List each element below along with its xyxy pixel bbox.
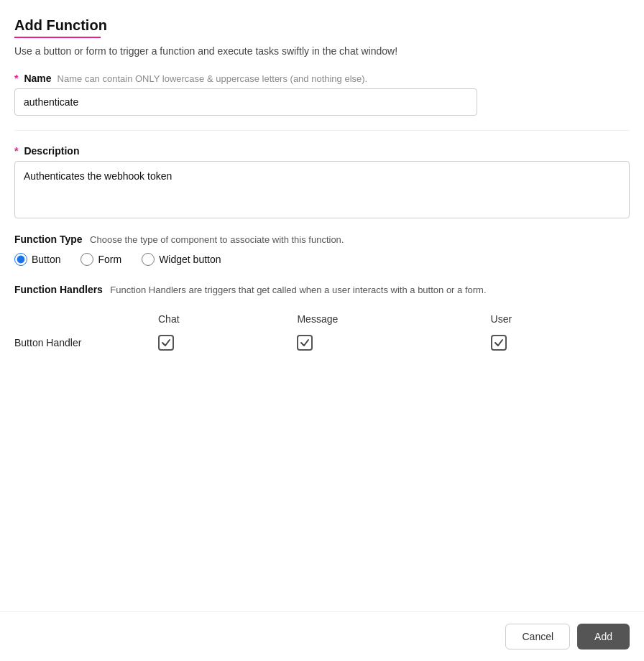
function-type-label: Function Type — [14, 234, 83, 245]
col-message: Message — [297, 309, 490, 329]
handler-message-checkbox[interactable] — [297, 329, 490, 356]
radio-button-option[interactable]: Button — [14, 253, 60, 266]
page-title: Add Function — [14, 17, 630, 34]
name-label: *Name Name can contain ONLY lowercase & … — [14, 73, 630, 84]
user-check-icon — [491, 335, 507, 351]
col-handler-name — [14, 309, 158, 329]
radio-form-label: Form — [98, 254, 121, 265]
cancel-button[interactable]: Cancel — [505, 624, 570, 650]
radio-form-input[interactable] — [80, 253, 93, 266]
radio-button-label: Button — [32, 254, 60, 265]
radio-form-option[interactable]: Form — [80, 253, 121, 266]
handlers-title-row: Function Handlers Function Handlers are … — [14, 283, 630, 296]
description-required-marker: * — [14, 145, 18, 157]
function-type-label-row: Function Type Choose the type of compone… — [14, 233, 630, 246]
handler-user-checkbox[interactable] — [491, 329, 630, 356]
handlers-hint: Function Handlers are triggers that get … — [110, 285, 486, 295]
name-field-group: *Name Name can contain ONLY lowercase & … — [14, 73, 630, 116]
col-user: User — [491, 309, 630, 329]
page-subtitle: Use a button or form to trigger a functi… — [14, 45, 630, 57]
message-check-icon — [297, 335, 313, 351]
table-row: Button Handler — [14, 329, 630, 356]
add-button[interactable]: Add — [577, 624, 630, 650]
handler-name-cell: Button Handler — [14, 329, 158, 356]
handlers-label: Function Handlers — [14, 284, 103, 295]
name-hint: Name can contain ONLY lowercase & upperc… — [58, 73, 368, 84]
name-required-marker: * — [14, 73, 18, 84]
radio-widget-input[interactable] — [142, 253, 155, 266]
name-input[interactable] — [14, 88, 477, 116]
title-underline — [14, 37, 101, 38]
handlers-table: Chat Message User Button Handler — [14, 309, 630, 356]
footer-actions: Cancel Add — [0, 611, 644, 661]
radio-button-input[interactable] — [14, 253, 27, 266]
description-label: *Description — [14, 145, 630, 157]
handler-chat-checkbox[interactable] — [158, 329, 297, 356]
description-field-group: *Description Authenticates the webhook t… — [14, 145, 630, 218]
col-chat: Chat — [158, 309, 297, 329]
radio-widget-option[interactable]: Widget button — [142, 253, 221, 266]
function-handlers-section: Function Handlers Function Handlers are … — [14, 283, 630, 356]
description-input[interactable]: Authenticates the webhook token — [14, 161, 630, 218]
function-type-group: Function Type Choose the type of compone… — [14, 233, 630, 266]
handlers-table-header: Chat Message User — [14, 309, 630, 329]
divider-1 — [14, 130, 630, 131]
function-type-hint: Choose the type of component to associat… — [90, 234, 344, 245]
radio-widget-label: Widget button — [159, 254, 221, 265]
function-type-radio-group: Button Form Widget button — [14, 253, 630, 266]
chat-check-icon — [158, 335, 174, 351]
